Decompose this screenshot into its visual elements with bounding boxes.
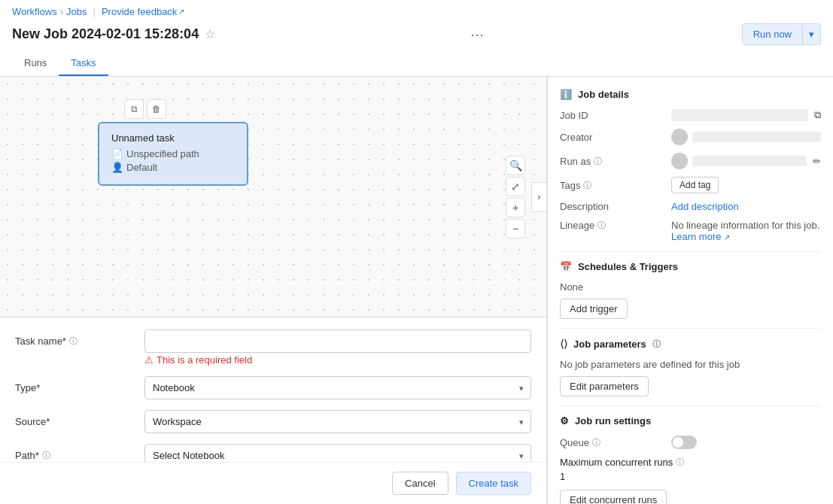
schedules-none: None bbox=[560, 281, 821, 293]
job-details-title: ℹ️ Job details bbox=[560, 89, 821, 100]
favorite-icon[interactable]: ☆ bbox=[205, 27, 215, 41]
queue-info-icon[interactable]: ⓘ bbox=[592, 437, 600, 448]
add-trigger-button[interactable]: Add trigger bbox=[560, 299, 628, 319]
task-name-error: ⚠ This is a required field bbox=[144, 354, 531, 366]
task-node-cluster: 👤 Default bbox=[111, 162, 235, 173]
lineage-info-icon[interactable]: ⓘ bbox=[597, 220, 606, 231]
source-select[interactable]: Workspace bbox=[144, 410, 531, 433]
path-select-wrap: Select Notebook ▾ bbox=[144, 444, 531, 462]
run-as-info-icon[interactable]: ⓘ bbox=[594, 156, 602, 167]
creator-row: Creator bbox=[560, 129, 821, 145]
task-name-info-icon[interactable]: ⓘ bbox=[69, 335, 78, 347]
creator-name bbox=[692, 132, 821, 142]
queue-toggle[interactable] bbox=[671, 436, 697, 449]
form-area: Task name* ⓘ ⚠ This is a required field … bbox=[0, 317, 546, 462]
zoom-out-button[interactable]: − bbox=[506, 219, 525, 238]
run-now-button[interactable]: Run now bbox=[742, 23, 803, 45]
divider-2 bbox=[560, 328, 821, 329]
title-row: New Job 2024-02-01 15:28:04 ☆ ⋯ Run now … bbox=[12, 20, 821, 51]
tab-runs[interactable]: Runs bbox=[12, 51, 59, 76]
job-params-info-icon[interactable]: ⓘ bbox=[652, 339, 661, 350]
file-icon: 📄 bbox=[111, 148, 123, 159]
queue-row: Queue ⓘ bbox=[560, 436, 821, 449]
fit-canvas-button[interactable]: ⤢ bbox=[506, 177, 525, 196]
toggle-knob bbox=[673, 437, 683, 448]
max-concurrent-label-row: Maximum concurrent runs ⓘ bbox=[560, 457, 684, 468]
tags-row: Tags ⓘ Add tag bbox=[560, 177, 821, 193]
collapse-panel-button[interactable]: › bbox=[531, 182, 546, 212]
settings-icon: ⚙ bbox=[560, 415, 569, 427]
job-run-settings-title: ⚙ Job run settings bbox=[560, 415, 821, 427]
page-title: New Job 2024-02-01 15:28:04 bbox=[12, 26, 199, 42]
task-node-actions: ⧉ 🗑 bbox=[124, 99, 166, 119]
breadcrumb-workflows[interactable]: Workflows bbox=[12, 6, 57, 17]
path-info-icon[interactable]: ⓘ bbox=[42, 450, 50, 461]
more-options-icon[interactable]: ⋯ bbox=[470, 26, 484, 43]
canvas-area: ⧉ 🗑 Unnamed task 📄 Unspecified path 👤 De… bbox=[0, 77, 546, 317]
tab-tasks[interactable]: Tasks bbox=[59, 51, 108, 76]
copy-job-id-icon[interactable]: ⧉ bbox=[814, 109, 821, 121]
zoom-in-button[interactable]: + bbox=[506, 198, 525, 217]
code-icon: ⟨⟩ bbox=[560, 338, 567, 350]
run-as-row: Run as ⓘ ✏ bbox=[560, 153, 821, 169]
external-link-icon: ↗ bbox=[178, 8, 184, 16]
job-id-row: Job ID ⧉ bbox=[560, 109, 821, 121]
job-run-settings-section: ⚙ Job run settings Queue ⓘ Maximum concu… bbox=[560, 415, 821, 504]
edit-parameters-button[interactable]: Edit parameters bbox=[560, 376, 649, 396]
job-parameters-section: ⟨⟩ Job parameters ⓘ No job parameters ar… bbox=[560, 338, 821, 396]
edit-run-as-icon[interactable]: ✏ bbox=[813, 156, 821, 167]
add-description-link[interactable]: Add description bbox=[671, 201, 739, 212]
description-label: Description bbox=[560, 201, 665, 212]
form-footer: Cancel Create task bbox=[0, 462, 546, 504]
breadcrumb-divider: | bbox=[93, 6, 96, 17]
tags-label: Tags ⓘ bbox=[560, 180, 665, 191]
job-id-label: Job ID bbox=[560, 110, 665, 121]
lineage-content: No lineage information for this job. Lea… bbox=[671, 220, 819, 242]
task-node-title: Unnamed task bbox=[111, 132, 235, 144]
learn-more-link[interactable]: Learn more ↗ bbox=[671, 231, 730, 242]
copy-task-button[interactable]: ⧉ bbox=[124, 99, 144, 119]
job-parameters-title: ⟨⟩ Job parameters ⓘ bbox=[560, 338, 821, 350]
task-name-input[interactable] bbox=[144, 329, 531, 353]
edit-concurrent-button[interactable]: Edit concurrent runs bbox=[560, 490, 667, 504]
calendar-icon: 📅 bbox=[560, 261, 572, 272]
sep1: › bbox=[60, 6, 63, 17]
task-node-path: 📄 Unspecified path bbox=[111, 148, 235, 159]
breadcrumb-jobs[interactable]: Jobs bbox=[66, 6, 87, 17]
task-name-row: Task name* ⓘ ⚠ This is a required field bbox=[15, 329, 531, 366]
left-panel: ⧉ 🗑 Unnamed task 📄 Unspecified path 👤 De… bbox=[0, 77, 547, 504]
run-as-label: Run as ⓘ bbox=[560, 156, 665, 167]
tabs-row: Runs Tasks bbox=[12, 51, 821, 76]
task-node[interactable]: Unnamed task 📄 Unspecified path 👤 Defaul… bbox=[98, 122, 248, 186]
error-icon: ⚠ bbox=[144, 354, 154, 366]
path-label: Path* ⓘ bbox=[15, 444, 135, 461]
creator-label: Creator bbox=[560, 132, 665, 143]
run-now-dropdown-button[interactable]: ▾ bbox=[803, 23, 821, 45]
lineage-row: Lineage ⓘ No lineage information for thi… bbox=[560, 220, 821, 242]
no-params-text: No job parameters are defined for this j… bbox=[560, 359, 821, 370]
type-label: Type* bbox=[15, 376, 135, 393]
run-as-name bbox=[692, 156, 807, 166]
schedules-title: 📅 Schedules & Triggers bbox=[560, 261, 821, 272]
source-select-wrap: Workspace ▾ bbox=[144, 410, 531, 433]
path-select[interactable]: Select Notebook bbox=[144, 444, 531, 462]
feedback-link[interactable]: Provide feedback ↗ bbox=[102, 6, 184, 17]
path-row: Path* ⓘ Select Notebook ▾ bbox=[15, 444, 531, 462]
lineage-label: Lineage ⓘ bbox=[560, 220, 665, 231]
add-tag-button[interactable]: Add tag bbox=[671, 177, 719, 193]
delete-task-button[interactable]: 🗑 bbox=[147, 99, 166, 119]
type-select[interactable]: Notebook bbox=[144, 376, 531, 399]
search-canvas-button[interactable]: 🔍 bbox=[506, 156, 525, 175]
job-details-section: ℹ️ Job details Job ID ⧉ Creator Run as ⓘ bbox=[560, 89, 821, 242]
run-now-group: Run now ▾ bbox=[742, 23, 821, 45]
cancel-button[interactable]: Cancel bbox=[392, 472, 448, 495]
create-task-button[interactable]: Create task bbox=[456, 472, 531, 495]
type-row: Type* Notebook ▾ bbox=[15, 376, 531, 399]
run-as-value bbox=[671, 153, 807, 169]
tags-info-icon[interactable]: ⓘ bbox=[583, 180, 591, 191]
main-area: ⧉ 🗑 Unnamed task 📄 Unspecified path 👤 De… bbox=[0, 77, 833, 504]
job-id-value bbox=[671, 109, 808, 121]
description-row: Description Add description bbox=[560, 201, 821, 212]
max-concurrent-info-icon[interactable]: ⓘ bbox=[676, 457, 684, 468]
external-link-icon: ↗ bbox=[724, 233, 730, 241]
